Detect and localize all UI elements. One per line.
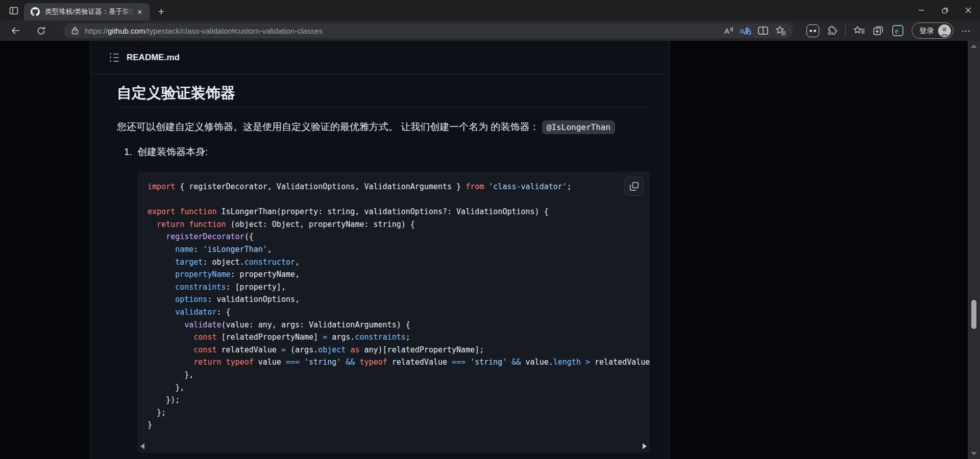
add-favorite-button[interactable]: [772, 23, 789, 38]
copy-icon: [629, 182, 639, 191]
url-host: github.com: [108, 27, 145, 35]
tab-title: 类型堆栈/类验证器：基于装饰器: [45, 7, 134, 16]
read-aloud-button[interactable]: A: [720, 23, 737, 38]
collections-button[interactable]: [870, 22, 887, 39]
restore-button[interactable]: [933, 0, 957, 20]
svg-text:e: e: [895, 27, 899, 35]
ordered-list-item: 1. 创建装饰器本身:: [117, 145, 649, 159]
inline-code-chip: @IsLongerThan: [542, 120, 615, 134]
extensions-button[interactable]: [824, 22, 840, 39]
add-favorite-star-icon: [775, 26, 786, 36]
list-unordered-icon[interactable]: [110, 53, 119, 62]
github-favicon-icon: [30, 7, 40, 17]
favorites-button[interactable]: [851, 22, 867, 39]
read-aloud-icon: A: [723, 26, 734, 35]
close-window-button[interactable]: [957, 0, 980, 20]
ie-mode-button[interactable]: e: [890, 22, 906, 39]
lock-icon: [71, 27, 79, 35]
close-window-icon: [965, 7, 971, 13]
window-controls: [910, 0, 980, 20]
ie-mode-icon: e: [892, 24, 904, 37]
url-text[interactable]: https://github.com/typestack/class-valid…: [85, 27, 720, 35]
browser-tab[interactable]: 类型堆栈/类验证器：基于装饰器 ✕: [24, 3, 150, 20]
vertical-scrollbar[interactable]: [968, 41, 980, 459]
refresh-button[interactable]: [33, 22, 49, 39]
tab-actions-button[interactable]: [7, 4, 20, 17]
readme-container: README.md 自定义验证装饰器 您还可以创建自定义修饰器。这是使用自定义验…: [90, 41, 670, 459]
split-screen-icon: [758, 27, 768, 35]
page-viewport: README.md 自定义验证装饰器 您还可以创建自定义修饰器。这是使用自定义验…: [0, 41, 980, 459]
avatar: [938, 24, 951, 37]
favorites-list-icon: [853, 26, 865, 36]
svg-text:A: A: [724, 27, 729, 35]
code-block: import { registerDecorator, ValidationOp…: [137, 171, 650, 453]
horizontal-scrollbar-thumb[interactable]: [147, 443, 365, 450]
back-button[interactable]: [7, 22, 23, 39]
settings-more-button[interactable]: ⋯: [958, 22, 975, 39]
tab-close-icon[interactable]: ✕: [134, 6, 145, 17]
extensions-puzzle-icon: [826, 25, 838, 36]
intro-paragraph: 您还可以创建自定义修饰器。这是使用自定义验证的最优雅方式。 让我们创建一个名为 …: [117, 120, 649, 135]
copy-button[interactable]: [624, 176, 644, 196]
readme-filename: README.md: [127, 53, 180, 63]
readme-header: README.md: [90, 41, 669, 74]
list-item-text: 创建装饰器本身:: [137, 146, 208, 157]
scroll-down-arrow-icon[interactable]: [971, 452, 977, 455]
browser-window: 类型堆栈/类验证器：基于装饰器 ✕ +: [0, 0, 980, 459]
toolbar-divider: [845, 26, 846, 36]
horizontal-scrollbar-track[interactable]: [147, 443, 640, 450]
url-scheme: https://: [85, 27, 108, 35]
code-content: import { registerDecorator, ValidationOp…: [137, 171, 650, 431]
profile-signin-button[interactable]: 登录: [912, 22, 953, 39]
minimize-button[interactable]: [910, 0, 933, 20]
back-icon: [10, 26, 20, 36]
scroll-right-arrow-icon[interactable]: [643, 443, 647, 449]
translate-button[interactable]: aあ: [737, 23, 754, 38]
horizontal-scrollbar[interactable]: [137, 440, 650, 453]
browser-toolbar: https://github.com/typestack/class-valid…: [0, 20, 980, 41]
signin-label: 登录: [919, 26, 934, 36]
restore-icon: [942, 7, 948, 14]
readme-body: 自定义验证装饰器 您还可以创建自定义修饰器。这是使用自定义验证的最优雅方式。 让…: [90, 74, 669, 453]
address-bar[interactable]: https://github.com/typestack/class-valid…: [63, 23, 793, 38]
list-item-number: 1.: [124, 145, 132, 159]
section-heading: 自定义验证装饰器: [117, 84, 649, 108]
minimize-icon: [918, 7, 924, 13]
url-path: /typestack/class-validator#custom-valida…: [145, 27, 323, 35]
browser-essentials-button[interactable]: [804, 22, 821, 39]
scroll-up-arrow-icon[interactable]: [971, 44, 977, 48]
split-screen-button[interactable]: [754, 23, 772, 38]
new-tab-button[interactable]: +: [154, 5, 168, 19]
browser-essentials-icon: [806, 24, 819, 37]
refresh-icon: [36, 26, 46, 36]
intro-text: 您还可以创建自定义修饰器。这是使用自定义验证的最优雅方式。 让我们创建一个名为 …: [117, 121, 542, 132]
tab-strip: 类型堆栈/类验证器：基于装饰器 ✕ +: [0, 0, 980, 20]
tab-actions-icon: [9, 6, 19, 16]
scroll-left-arrow-icon[interactable]: [140, 443, 144, 449]
collections-icon: [873, 26, 884, 36]
vertical-scrollbar-thumb[interactable]: [971, 300, 976, 329]
translate-icon: aあ: [740, 26, 752, 36]
